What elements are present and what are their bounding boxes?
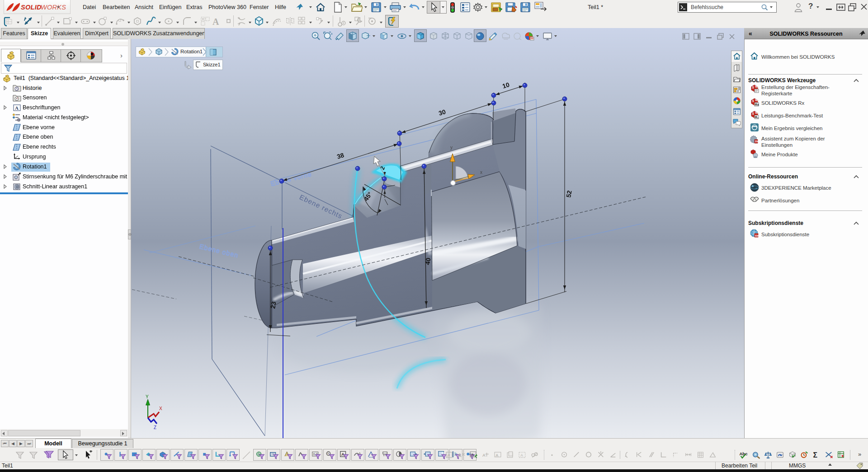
svg-text:Rx: Rx [755, 103, 759, 106]
svg-text:X: X [159, 406, 162, 411]
svg-text:S: S [752, 112, 755, 115]
svg-text:Rₓ: Rₓ [755, 116, 759, 119]
svg-text:WORKS: WORKS [41, 4, 66, 11]
svg-text:Abc: Abc [740, 451, 748, 456]
svg-text:23: 23 [269, 301, 277, 309]
svg-text:A: A [482, 453, 486, 458]
svg-text:x: x [480, 170, 482, 175]
svg-text:N: N [327, 452, 329, 455]
svg-text:W: W [755, 98, 759, 102]
svg-text:A: A [520, 453, 523, 458]
svg-text:SW: SW [755, 234, 760, 237]
svg-text:W: W [755, 85, 759, 88]
svg-text:52: 52 [565, 190, 573, 198]
svg-text:Σ: Σ [813, 451, 818, 459]
svg-text:A: A [212, 17, 219, 27]
svg-text:SOLID: SOLID [21, 4, 42, 11]
svg-text:A: A [15, 105, 19, 111]
svg-text:Z: Z [154, 425, 156, 430]
svg-text:S: S [752, 99, 755, 103]
svg-text:S: S [752, 86, 755, 89]
svg-text:Y: Y [146, 394, 149, 399]
svg-text:A: A [495, 453, 498, 458]
svg-text:A: A [447, 453, 450, 458]
svg-text:y: y [450, 145, 453, 150]
svg-text:SW: SW [755, 140, 760, 143]
svg-text:A: A [471, 453, 474, 457]
svg-text:A: A [458, 453, 462, 458]
svg-text:40: 40 [424, 257, 432, 265]
svg-text:W: W [755, 111, 759, 114]
